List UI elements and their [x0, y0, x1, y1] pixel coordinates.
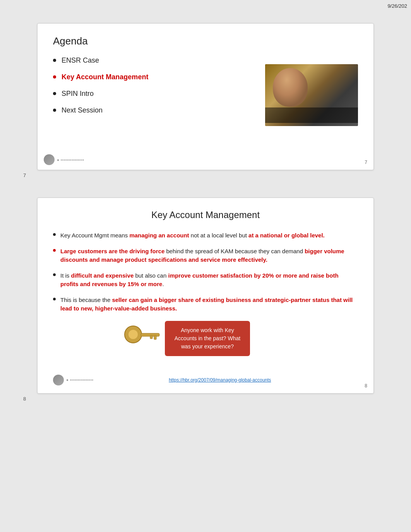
list-item-1: Key Account Mgmt means managing an accou…: [53, 231, 358, 240]
slide1-content: ENSR Case Key Account Management SPIN In…: [53, 56, 358, 126]
page-number-1: 7: [23, 172, 411, 178]
highlight-text: Large customers are the driving force: [60, 248, 164, 254]
slide2-title: Key Account Management: [53, 210, 358, 220]
highlight-text: seller can gain a bigger share of existi…: [60, 297, 353, 312]
list-item: ENSR Case: [53, 56, 257, 65]
slide1-number: 7: [365, 160, 367, 165]
page-number-2: 8: [23, 396, 411, 402]
slide-2: Key Account Management Key Account Mgmt …: [37, 198, 374, 394]
key-icon: [122, 321, 161, 348]
footer-avatar: [44, 154, 55, 165]
slide2-bottom: Anyone work with Key Accounts in the pas…: [53, 321, 358, 356]
svg-rect-3: [154, 336, 156, 339]
bullet-icon: [53, 273, 56, 276]
key-illustration: [53, 321, 165, 348]
list-item: SPIN Intro: [53, 90, 257, 98]
slide1-footer: ● ▪▪▪▪▪▪▪▪▪▪▪▪▪▪▪: [44, 154, 84, 165]
list-item: Key Account Management: [53, 73, 257, 81]
date-stamp: 9/26/202: [387, 3, 407, 9]
bullet-red-icon: [53, 249, 56, 252]
item-content: Key Account Mgmt means managing an accou…: [60, 231, 325, 240]
footer-avatar-2: [53, 375, 64, 385]
bullet-icon: [53, 59, 56, 62]
list-item-2: Large customers are the driving force be…: [53, 247, 358, 264]
slide1-thumbnail: [265, 64, 358, 126]
slide1-list: ENSR Case Key Account Management SPIN In…: [53, 56, 257, 126]
list-item: Next Session: [53, 106, 257, 114]
slide-1: Agenda ENSR Case Key Account Management …: [37, 23, 374, 170]
item-text: SPIN Intro: [62, 90, 94, 98]
slide1-title: Agenda: [53, 35, 358, 47]
list-item-4: This is because the seller can gain a bi…: [53, 296, 358, 313]
slide2-link[interactable]: https://hbr.org/2007/09/managing-global-…: [169, 377, 271, 383]
item-text-highlight: Key Account Management: [62, 73, 148, 81]
item-text: ENSR Case: [62, 56, 99, 65]
speech-bubble: Anyone work with Key Accounts in the pas…: [165, 321, 250, 356]
list-item-3: It is difficult and expensive but also c…: [53, 271, 358, 289]
item-content: Large customers are the driving force be…: [60, 247, 358, 264]
bullet-icon: [53, 92, 56, 95]
bullet-icon: [53, 233, 56, 236]
bullet-red-icon: [53, 75, 56, 78]
footer-text: ● ▪▪▪▪▪▪▪▪▪▪▪▪▪▪▪: [57, 158, 84, 162]
highlight-text: at a national or global level.: [248, 232, 325, 239]
bullet-icon: [53, 109, 56, 112]
bullet-icon: [53, 298, 56, 300]
slide2-footer-left: ● ▪▪▪▪▪▪▪▪▪▪▪▪▪▪▪: [53, 375, 94, 385]
item-content: This is because the seller can gain a bi…: [60, 296, 358, 313]
footer-text-2: ● ▪▪▪▪▪▪▪▪▪▪▪▪▪▪▪: [66, 378, 94, 382]
slide2-list: Key Account Mgmt means managing an accou…: [53, 231, 358, 313]
slide2-number: 8: [365, 383, 367, 389]
item-content: It is difficult and expensive but also c…: [60, 271, 358, 289]
slide2-footer-area: ● ▪▪▪▪▪▪▪▪▪▪▪▪▪▪▪ https://hbr.org/2007/0…: [53, 372, 358, 385]
speech-bubble-container: Anyone work with Key Accounts in the pas…: [165, 321, 250, 356]
svg-rect-4: [150, 336, 152, 339]
svg-point-1: [128, 330, 138, 339]
item-text: Next Session: [62, 106, 103, 114]
highlight-text: managing an account: [129, 232, 189, 239]
highlight-text: difficult and expensive: [71, 272, 134, 279]
